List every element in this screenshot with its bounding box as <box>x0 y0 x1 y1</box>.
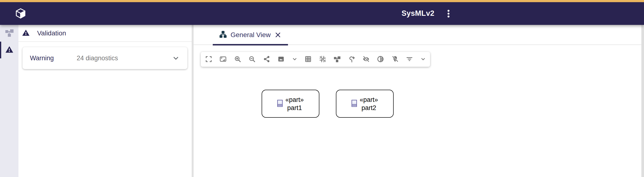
vertical-scrollbar[interactable] <box>641 25 644 177</box>
rail-item-explorer[interactable] <box>0 25 18 42</box>
top-accent-bar <box>0 0 644 2</box>
zoom-out-button[interactable] <box>248 55 256 64</box>
warning-accordion[interactable]: Warning 24 diagnostics <box>22 47 187 69</box>
validation-panel-header: Validation <box>18 25 192 42</box>
app-root: SysMLv2 <box>0 0 644 177</box>
fade-elements-button[interactable] <box>376 55 385 64</box>
expand-toolbar-button[interactable] <box>420 55 426 64</box>
filter-list-icon <box>406 55 413 63</box>
chevron-down-icon <box>292 56 298 63</box>
export-image-button[interactable] <box>277 55 285 64</box>
schema-tree-icon <box>5 28 14 38</box>
arrange-all-button[interactable] <box>333 55 342 64</box>
close-icon[interactable] <box>274 31 282 38</box>
reconnect-edges-button[interactable] <box>348 55 356 64</box>
export-image-options-button[interactable] <box>291 55 298 64</box>
snap-to-grid-off-button[interactable] <box>318 55 327 64</box>
diagram-toolbar <box>201 52 430 67</box>
fit-screen-icon <box>220 55 227 63</box>
eye-off-icon <box>362 55 370 63</box>
severity-label: Warning <box>30 54 54 62</box>
warning-triangle-icon <box>22 29 30 38</box>
node-name: part1 <box>285 104 304 112</box>
tab-bar: General View <box>194 25 641 45</box>
tab-label: General View <box>230 31 271 39</box>
validation-panel: Validation Warning 24 diagnostics <box>18 25 192 177</box>
zoom-out-icon <box>248 55 256 63</box>
app-header: SysMLv2 <box>0 2 644 25</box>
curved-arrow-icon <box>348 55 355 63</box>
panel-divider[interactable] <box>192 25 194 177</box>
toggle-grid-button[interactable] <box>304 55 312 64</box>
diagram-area: General View <box>194 25 641 177</box>
filter-elements-button[interactable] <box>405 55 414 64</box>
node-label: «part» part2 <box>360 96 378 112</box>
active-item-indicator <box>0 42 1 58</box>
part-definition-icon <box>352 100 357 108</box>
node-label: «part» part1 <box>285 96 304 112</box>
schema-tree-icon <box>334 55 341 63</box>
node-stereotype: «part» <box>360 96 378 104</box>
node-part1[interactable]: «part» part1 <box>262 90 319 118</box>
chevron-down-icon[interactable] <box>172 54 180 62</box>
warning-triangle-icon <box>5 45 14 55</box>
chevron-down-icon <box>420 56 426 63</box>
left-rail <box>0 25 18 177</box>
pin-off-icon <box>392 55 399 63</box>
grid-on-icon <box>304 55 312 63</box>
kebab-menu-icon[interactable] <box>444 8 454 19</box>
rail-item-validation[interactable] <box>0 42 18 58</box>
node-name: part2 <box>360 104 378 112</box>
app-title: SysMLv2 <box>402 9 434 17</box>
tab-general-view[interactable]: General View <box>213 25 288 45</box>
node-stereotype: «part» <box>285 96 304 104</box>
image-icon <box>278 55 284 63</box>
share-icon <box>263 55 270 63</box>
cube-3d-icon[interactable] <box>15 8 26 19</box>
zoom-in-button[interactable] <box>233 55 242 64</box>
fullscreen-button[interactable] <box>204 55 213 64</box>
panel-title: Validation <box>37 29 66 37</box>
share-button[interactable] <box>262 55 271 64</box>
part-definition-icon <box>277 100 283 108</box>
diagnostics-count: 24 diagnostics <box>77 54 118 62</box>
diagram-lan-icon <box>219 31 227 39</box>
hide-elements-button[interactable] <box>362 55 370 64</box>
unpin-elements-button[interactable] <box>391 55 400 64</box>
node-part2[interactable]: «part» part2 <box>336 90 394 118</box>
crop-free-icon <box>205 55 212 63</box>
grid-slash-icon <box>319 55 326 63</box>
active-tab-indicator <box>213 44 288 45</box>
fit-to-screen-button[interactable] <box>219 55 227 64</box>
tonality-icon <box>377 55 384 63</box>
zoom-in-icon <box>234 55 241 63</box>
